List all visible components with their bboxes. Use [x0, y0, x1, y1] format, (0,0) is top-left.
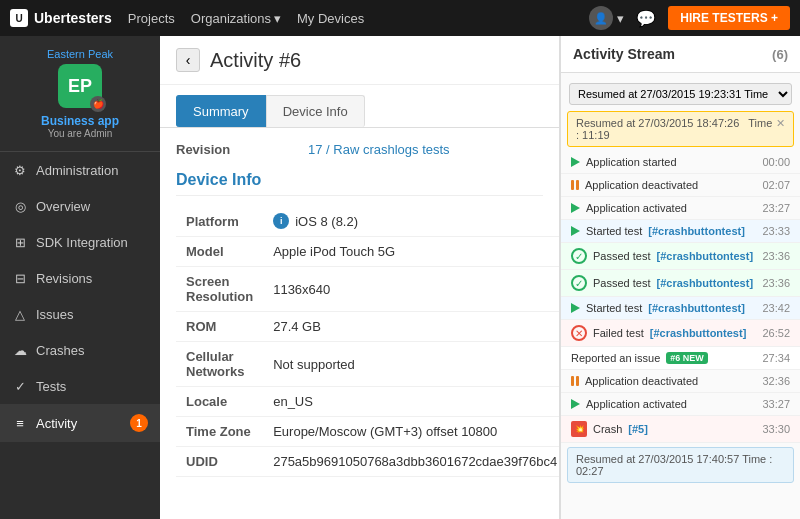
sidebar-label: Overview — [36, 199, 90, 214]
field-label: Screen Resolution — [176, 267, 263, 312]
logo-text: Ubertesters — [34, 10, 112, 26]
sidebar-item-revisions[interactable]: ⊟ Revisions — [0, 260, 160, 296]
field-value: Europe/Moscow (GMT+3) offset 10800 — [263, 417, 560, 447]
brand-section: Eastern Peak EP 🍎 Business app You are A… — [0, 36, 160, 152]
sidebar-item-administration[interactable]: ⚙ Administration — [0, 152, 160, 188]
field-label: Model — [176, 237, 263, 267]
test-link[interactable]: [#crashbuttontest] — [656, 250, 753, 262]
revision-label: Revision — [176, 142, 296, 157]
gear-icon: ⚙ — [12, 162, 28, 178]
check-icon: ✓ — [571, 248, 587, 264]
field-value: en_US — [263, 387, 560, 417]
new-badge: #6 NEW — [666, 352, 708, 364]
item-time: 23:33 — [762, 225, 790, 237]
stream-body: Resumed at 27/03/2015 19:23:31 Time : n/… — [561, 73, 800, 519]
sidebar-label: Issues — [36, 307, 74, 322]
notifications-icon[interactable]: 💬 — [636, 9, 656, 28]
stream-item-passed2: ✓ Passed test [#crashbuttontest] 23:36 — [561, 270, 800, 297]
item-text: Started test — [586, 225, 642, 237]
overview-icon: ◎ — [12, 198, 28, 214]
nav-my-devices[interactable]: My Devices — [297, 11, 364, 26]
sidebar-item-tests[interactable]: ✓ Tests — [0, 368, 160, 404]
hire-testers-button[interactable]: HIRE TESTERS + — [668, 6, 790, 30]
sidebar-item-issues[interactable]: △ Issues — [0, 296, 160, 332]
close-icon[interactable]: ✕ — [776, 117, 785, 141]
stream-item-started-test1: Started test [#crashbuttontest] 23:33 — [561, 220, 800, 243]
sidebar-item-crashes[interactable]: ☁ Crashes — [0, 332, 160, 368]
play-icon — [571, 399, 580, 409]
field-value: Apple iPod Touch 5G — [263, 237, 560, 267]
stream-item-app-deactivated: Application deactivated 02:07 — [561, 174, 800, 197]
field-label: UDID — [176, 447, 263, 477]
sidebar-item-activity[interactable]: ≡ Activity 1 — [0, 404, 160, 442]
item-text: Failed test — [593, 327, 644, 339]
test-link[interactable]: [#crashbuttontest] — [648, 302, 745, 314]
sidebar: Eastern Peak EP 🍎 Business app You are A… — [0, 36, 160, 519]
session-filter-select[interactable]: Resumed at 27/03/2015 19:23:31 Time : n/… — [569, 83, 792, 105]
field-value: Not supported — [263, 342, 560, 387]
team-name: Eastern Peak — [12, 48, 148, 60]
user-menu[interactable]: 👤 ▾ — [589, 6, 624, 30]
stream-item-app-activated2: Application activated 33:27 — [561, 393, 800, 416]
item-time: 26:52 — [762, 327, 790, 339]
item-text: Application deactivated — [585, 375, 698, 387]
test-link[interactable]: [#crashbuttontest] — [650, 327, 747, 339]
check-icon: ✓ — [571, 275, 587, 291]
nav-organizations[interactable]: Organizations ▾ — [191, 11, 281, 26]
item-text: Application activated — [586, 398, 687, 410]
play-icon — [571, 203, 580, 213]
nav-projects[interactable]: Projects — [128, 11, 175, 26]
device-info-table: Platform i iOS 8 (8.2) Model Apple iPod … — [176, 206, 560, 477]
activity-icon: ≡ — [12, 415, 28, 431]
crash-icon: 💥 — [571, 421, 587, 437]
revision-link[interactable]: 17 / Raw crashlogs tests — [308, 142, 450, 157]
stream-session-active: Resumed at 27/03/2015 18:47:26 Time : 11… — [567, 111, 794, 147]
item-text: Crash — [593, 423, 622, 435]
activity-stream: Activity Stream (6) Resumed at 27/03/201… — [560, 36, 800, 519]
sdk-icon: ⊞ — [12, 234, 28, 250]
table-row: ROM 27.4 GB — [176, 312, 560, 342]
tab-device-info[interactable]: Device Info — [266, 95, 365, 127]
item-time: 23:27 — [762, 202, 790, 214]
field-label: Locale — [176, 387, 263, 417]
table-row: Cellular Networks Not supported — [176, 342, 560, 387]
item-text: Application deactivated — [585, 179, 698, 191]
footer-session-label: Resumed at 27/03/2015 17:40:57 Time : 02… — [576, 453, 785, 477]
sidebar-label: Tests — [36, 379, 66, 394]
session-label: Resumed at 27/03/2015 18:47:26 Time : 11… — [576, 117, 776, 141]
table-row: UDID 275a5b9691050768a3dbb3601672cdae39f… — [176, 447, 560, 477]
item-text: Started test — [586, 302, 642, 314]
stream-filter[interactable]: Resumed at 27/03/2015 19:23:31 Time : n/… — [569, 83, 792, 105]
item-text: Reported an issue — [571, 352, 660, 364]
platform-text: iOS 8 (8.2) — [295, 214, 358, 229]
stream-item-passed1: ✓ Passed test [#crashbuttontest] 23:36 — [561, 243, 800, 270]
field-label: ROM — [176, 312, 263, 342]
item-time: 23:36 — [762, 250, 790, 262]
field-value: 1136x640 — [263, 267, 560, 312]
back-button[interactable]: ‹ — [176, 48, 200, 72]
activity-badge: 1 — [130, 414, 148, 432]
item-text: Application started — [586, 156, 677, 168]
sidebar-label: Administration — [36, 163, 118, 178]
apple-icon: 🍎 — [90, 96, 106, 112]
tests-icon: ✓ — [12, 378, 28, 394]
sidebar-label: Revisions — [36, 271, 92, 286]
page-title: Activity #6 — [210, 49, 301, 72]
test-link[interactable]: [#crashbuttontest] — [656, 277, 753, 289]
crash-link[interactable]: [#5] — [628, 423, 648, 435]
stream-item-app-activated: Application activated 23:27 — [561, 197, 800, 220]
field-label: Cellular Networks — [176, 342, 263, 387]
item-time: 32:36 — [762, 375, 790, 387]
tab-summary[interactable]: Summary — [176, 95, 266, 127]
sidebar-item-sdk[interactable]: ⊞ SDK Integration — [0, 224, 160, 260]
sidebar-item-overview[interactable]: ◎ Overview — [0, 188, 160, 224]
pause-icon — [571, 180, 579, 190]
item-text: Passed test — [593, 277, 650, 289]
stream-item-failed: ✕ Failed test [#crashbuttontest] 26:52 — [561, 320, 800, 347]
item-time: 23:42 — [762, 302, 790, 314]
test-link[interactable]: [#crashbuttontest] — [648, 225, 745, 237]
avatar: 👤 — [589, 6, 613, 30]
issues-icon: △ — [12, 306, 28, 322]
top-nav: U Ubertesters Projects Organizations ▾ M… — [0, 0, 800, 36]
ios-icon: i — [273, 213, 289, 229]
